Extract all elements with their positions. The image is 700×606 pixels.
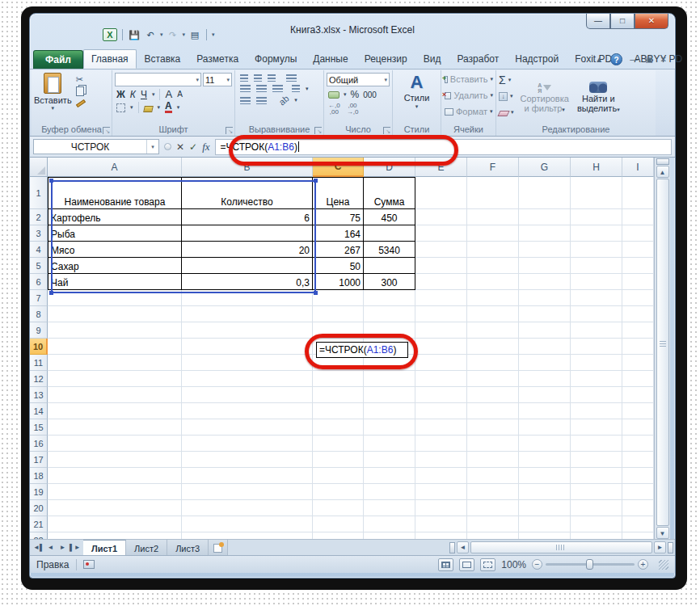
cell-C2[interactable]: 75 bbox=[313, 209, 364, 225]
align-bottom-icon[interactable] bbox=[268, 74, 276, 82]
scroll-down-icon[interactable]: ▼ bbox=[656, 527, 669, 539]
column-header-F[interactable]: F bbox=[467, 158, 519, 177]
cell-C8[interactable] bbox=[313, 306, 364, 322]
cell-H22[interactable] bbox=[571, 532, 622, 539]
scroll-left-icon[interactable]: ◄ bbox=[457, 541, 469, 553]
cell-H4[interactable] bbox=[571, 242, 622, 258]
row-header-8[interactable]: 8 bbox=[30, 306, 48, 322]
cell-F19[interactable] bbox=[467, 484, 519, 500]
cell-B15[interactable] bbox=[182, 419, 313, 436]
row-header-12[interactable]: 12 bbox=[30, 371, 48, 387]
accounting-format-icon[interactable] bbox=[328, 91, 339, 99]
row-header-1[interactable]: 1 bbox=[30, 177, 48, 209]
cell-I22[interactable] bbox=[622, 532, 654, 539]
cell-C3[interactable]: 164 bbox=[313, 225, 364, 242]
cell-F16[interactable] bbox=[467, 436, 519, 452]
zoom-thumb[interactable] bbox=[586, 559, 593, 570]
cell-E17[interactable] bbox=[415, 452, 467, 468]
cell-C14[interactable] bbox=[313, 403, 364, 419]
row-header-5[interactable]: 5 bbox=[30, 258, 48, 274]
cell-D14[interactable] bbox=[364, 403, 415, 419]
cell-C7[interactable] bbox=[313, 290, 364, 306]
cell-H11[interactable] bbox=[571, 355, 622, 371]
cell-F20[interactable] bbox=[467, 500, 519, 516]
increase-indent-icon[interactable] bbox=[256, 97, 267, 104]
cell-D16[interactable] bbox=[364, 436, 415, 452]
row-header-11[interactable]: 11 bbox=[30, 355, 48, 371]
row-header-10[interactable]: 10 bbox=[30, 339, 48, 355]
wrap-text-icon[interactable] bbox=[286, 74, 297, 82]
cell-F5[interactable] bbox=[467, 258, 519, 274]
cell-E14[interactable] bbox=[415, 403, 467, 419]
cell-I16[interactable] bbox=[622, 436, 654, 452]
scroll-up-icon[interactable]: ▲ bbox=[656, 166, 669, 178]
increase-decimal-icon[interactable]: ←,0,00 bbox=[328, 103, 340, 116]
name-box[interactable]: ЧСТРОК ▾ bbox=[33, 139, 159, 154]
ribbon-tab-рецензир[interactable]: Рецензир bbox=[356, 49, 415, 69]
cell-E9[interactable] bbox=[415, 322, 467, 339]
cell-F6[interactable] bbox=[467, 274, 519, 290]
close-button[interactable]: ✕ bbox=[635, 14, 668, 29]
row-header-22[interactable]: 22 bbox=[30, 532, 48, 539]
font-name-select[interactable]: ▾ bbox=[115, 73, 201, 86]
help-icon[interactable]: ? bbox=[610, 53, 622, 65]
cell-I17[interactable] bbox=[622, 452, 654, 468]
cell-G22[interactable] bbox=[519, 532, 571, 539]
row-header-17[interactable]: 17 bbox=[30, 452, 48, 468]
h-split-handle-2[interactable] bbox=[668, 542, 673, 553]
cell-C16[interactable] bbox=[313, 436, 364, 452]
cell-B10[interactable] bbox=[182, 339, 313, 355]
cell-F3[interactable] bbox=[467, 225, 519, 242]
cell-D21[interactable] bbox=[364, 516, 415, 532]
cell-B13[interactable] bbox=[182, 387, 313, 403]
cell-E18[interactable] bbox=[415, 468, 467, 484]
cell-G8[interactable] bbox=[519, 306, 571, 322]
ribbon-tab-формулы[interactable]: Формулы bbox=[247, 49, 305, 69]
cell-G18[interactable] bbox=[519, 468, 571, 484]
range-handle-bl[interactable] bbox=[49, 291, 53, 295]
cell-B2[interactable]: 6 bbox=[182, 209, 313, 225]
cell-I19[interactable] bbox=[622, 484, 654, 500]
cell-A3[interactable]: Рыба bbox=[48, 225, 182, 242]
fill-button[interactable]: ↓▾ bbox=[499, 90, 514, 103]
cell-D15[interactable] bbox=[364, 419, 415, 436]
clear-button[interactable]: ▾ bbox=[499, 106, 514, 119]
cell-B3[interactable] bbox=[182, 225, 313, 242]
cell-A9[interactable] bbox=[48, 322, 182, 339]
row-header-3[interactable]: 3 bbox=[30, 225, 48, 242]
cell-D20[interactable] bbox=[364, 500, 415, 516]
cell-F7[interactable] bbox=[467, 290, 519, 306]
cell-F22[interactable] bbox=[467, 532, 519, 539]
cell-A1[interactable]: Наименование товара bbox=[48, 177, 182, 209]
cell-A14[interactable] bbox=[48, 403, 182, 419]
cell-A4[interactable]: Мясо bbox=[48, 242, 182, 258]
cell-C21[interactable] bbox=[313, 516, 364, 532]
ribbon-tab-разработ[interactable]: Разработ bbox=[449, 49, 507, 69]
confirm-entry-icon[interactable]: ✓ bbox=[189, 141, 197, 153]
cell-B8[interactable] bbox=[182, 306, 313, 322]
cell-D5[interactable] bbox=[364, 258, 415, 274]
cell-D6[interactable]: 300 bbox=[364, 274, 415, 290]
ribbon-tab-вид[interactable]: Вид bbox=[415, 49, 449, 69]
range-handle-tl[interactable] bbox=[49, 179, 53, 183]
cell-F21[interactable] bbox=[467, 516, 519, 532]
cell-C15[interactable] bbox=[313, 419, 364, 436]
page-layout-view-button[interactable] bbox=[459, 558, 474, 571]
cell-A20[interactable] bbox=[48, 500, 182, 516]
paste-button[interactable]: Вставить ▾ bbox=[34, 73, 72, 124]
last-sheet-icon[interactable]: ▌► bbox=[70, 544, 80, 551]
sort-filter-button[interactable]: АЯ Сортировка и фильтр▾ bbox=[521, 82, 569, 115]
row-header-18[interactable]: 18 bbox=[30, 468, 48, 484]
insert-cells-button[interactable]: Вставить ▾ bbox=[445, 73, 493, 86]
cell-H18[interactable] bbox=[571, 468, 622, 484]
cell-F12[interactable] bbox=[467, 371, 519, 387]
cell-A18[interactable] bbox=[48, 468, 182, 484]
underline-button[interactable]: Ч bbox=[141, 89, 147, 100]
ribbon-tab-главная[interactable]: Главная bbox=[83, 49, 137, 69]
vertical-scrollbar[interactable]: ▲ ▼ bbox=[654, 158, 670, 539]
cell-E21[interactable] bbox=[415, 516, 467, 532]
align-top-icon[interactable] bbox=[240, 74, 248, 82]
cell-A17[interactable] bbox=[48, 452, 182, 468]
page-break-view-button[interactable] bbox=[480, 558, 495, 571]
cell-H13[interactable] bbox=[571, 387, 622, 403]
